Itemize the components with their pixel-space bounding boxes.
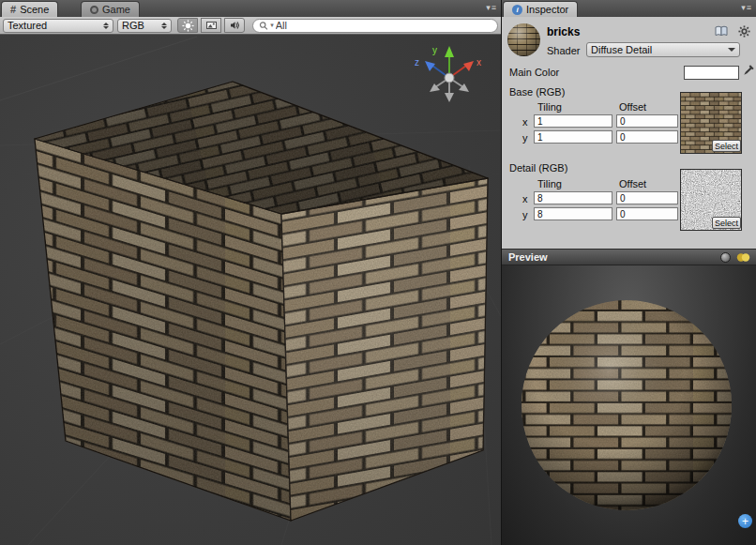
tab-inspector-label: Inspector <box>526 4 568 15</box>
preview-header: Preview <box>502 249 756 265</box>
shader-label: Shader <box>547 45 580 56</box>
base-tiling-header: Tiling <box>537 101 562 113</box>
image-icon <box>205 20 218 31</box>
detail-section-label: Detail (RGB) <box>509 162 567 174</box>
search-icon <box>259 21 268 31</box>
tab-scene[interactable]: # Scene <box>1 1 58 17</box>
main-color-label: Main Color <box>509 67 559 78</box>
scene-search-box[interactable]: ▾ <box>252 19 498 33</box>
base-x-label: x <box>522 116 528 128</box>
detail-offset-x-input[interactable] <box>616 191 678 204</box>
preview-light-icon[interactable] <box>736 252 750 263</box>
detail-tiling-header: Tiling <box>537 178 562 189</box>
skybox-toggle-button[interactable] <box>201 18 221 33</box>
detail-tiling-y-input[interactable] <box>534 207 612 220</box>
inspector-tabstrip: i Inspector ▾≡ <box>502 0 756 17</box>
detail-offset-header: Offset <box>619 178 646 189</box>
scene-panel-menu-icon[interactable]: ▾≡ <box>486 3 497 12</box>
render-mode-value: Textured <box>8 20 99 31</box>
preview-sphere-icon[interactable] <box>720 252 731 263</box>
detail-offset-y-input[interactable] <box>616 207 678 220</box>
audio-toggle-button[interactable] <box>224 18 245 33</box>
detail-tiling-x-input[interactable] <box>534 191 612 204</box>
channel-dropdown[interactable]: RGB <box>117 19 172 33</box>
tab-game[interactable]: Game <box>81 1 140 17</box>
material-preview-ball[interactable] <box>507 23 540 56</box>
chevron-down-icon <box>728 48 735 52</box>
base-tiling-y-input[interactable] <box>534 130 612 144</box>
sun-icon <box>182 20 194 32</box>
gear-icon[interactable] <box>738 25 750 39</box>
tab-game-label: Game <box>102 4 130 15</box>
help-icon[interactable] <box>715 25 728 38</box>
detail-x-label: x <box>522 193 528 204</box>
preview-add-button[interactable]: + <box>738 514 752 528</box>
inspector-panel-menu-icon[interactable]: ▾≡ <box>741 3 752 12</box>
axis-z-label: z <box>415 57 419 68</box>
channel-value: RGB <box>122 20 158 31</box>
scene-tabstrip: # Scene Game ▾≡ <box>0 0 501 17</box>
scene-viewport[interactable]: y x z <box>0 35 501 545</box>
dropdown-arrows-icon <box>161 23 167 29</box>
main-color-swatch[interactable] <box>684 66 739 80</box>
dropdown-arrows-icon <box>103 23 109 29</box>
inspector-icon: i <box>512 5 522 15</box>
lighting-toggle-button[interactable] <box>177 18 198 33</box>
scene-icon: # <box>10 4 16 15</box>
search-caret-icon: ▾ <box>270 22 274 29</box>
unity-editor-window: # Scene Game ▾≡ Textured RGB <box>0 0 756 545</box>
base-offset-x-input[interactable] <box>616 114 678 128</box>
shader-value: Diffuse Detail <box>591 44 724 55</box>
render-mode-dropdown[interactable]: Textured <box>3 19 113 33</box>
axis-y-label: y <box>432 45 437 55</box>
gizmo-center-ball[interactable] <box>445 73 454 83</box>
preview-area[interactable]: + <box>502 265 756 545</box>
game-icon <box>90 6 98 14</box>
eyedropper-icon[interactable] <box>743 64 755 79</box>
scene-search-input[interactable] <box>276 20 491 32</box>
base-section-label: Base (RGB) <box>509 86 565 98</box>
base-y-label: y <box>522 132 528 144</box>
inspector-panel: i Inspector ▾≡ bricks Shader Diffuse Det… <box>501 0 756 545</box>
scene-panel: # Scene Game ▾≡ Textured RGB <box>0 0 501 545</box>
detail-select-button[interactable]: Select <box>712 217 741 229</box>
scene-toolbar: Textured RGB <box>0 17 501 35</box>
speaker-icon <box>229 20 241 31</box>
base-offset-y-input[interactable] <box>616 130 678 144</box>
axis-x-label: x <box>476 57 481 68</box>
preview-title: Preview <box>508 251 715 263</box>
tab-inspector[interactable]: i Inspector <box>503 1 578 17</box>
base-tiling-x-input[interactable] <box>534 114 612 128</box>
detail-y-label: y <box>522 209 528 220</box>
base-select-button[interactable]: Select <box>712 140 741 152</box>
shader-dropdown[interactable]: Diffuse Detail <box>586 42 740 57</box>
base-offset-header: Offset <box>619 101 646 113</box>
material-name: bricks <box>547 25 580 38</box>
preview-sphere-shading <box>522 300 732 510</box>
tab-scene-label: Scene <box>20 4 49 15</box>
